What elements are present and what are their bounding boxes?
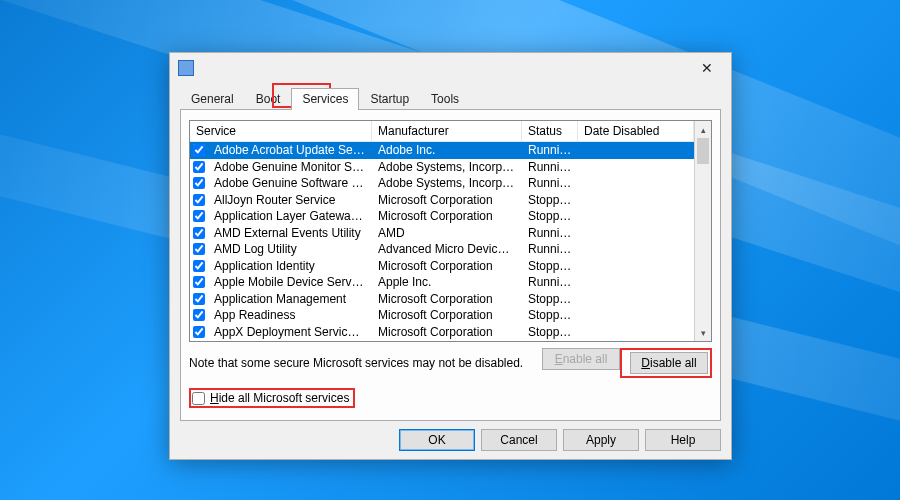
apply-button[interactable]: Apply [563,429,639,451]
row-checkbox[interactable] [190,210,208,222]
app-icon [178,60,194,76]
tab-startup[interactable]: Startup [359,88,420,110]
disable-all-button[interactable]: Disable all [630,352,708,374]
tab-services[interactable]: Services [291,88,359,110]
cell-manufacturer: Apple Inc. [372,275,522,289]
cell-service: Adobe Genuine Software Integri... [208,176,372,190]
cell-manufacturer: Microsoft Corporation [372,308,522,322]
close-icon: ✕ [701,60,713,76]
table-row[interactable]: AMD Log UtilityAdvanced Micro Devices, I… [190,241,694,258]
cell-status: Stopped [522,209,578,223]
table-row[interactable]: Adobe Genuine Monitor ServiceAdobe Syste… [190,159,694,176]
cell-manufacturer: Advanced Micro Devices, I... [372,242,522,256]
cell-status: Running [522,176,578,190]
cell-service: AMD External Events Utility [208,226,372,240]
table-row[interactable]: AMD External Events UtilityAMDRunning [190,225,694,242]
cell-status: Stopped [522,325,578,339]
cell-service: AMD Log Utility [208,242,372,256]
table-row[interactable]: Apple Mobile Device ServiceApple Inc.Run… [190,274,694,291]
cell-service: Adobe Genuine Monitor Service [208,160,372,174]
titlebar: ✕ [170,53,731,83]
header-service[interactable]: Service [190,121,372,141]
scroll-down-icon[interactable]: ▾ [695,324,711,341]
cell-service: Application Layer Gateway Service [208,209,372,223]
cell-service: Adobe Acrobat Update Service [208,143,372,157]
services-tab-page: Service Manufacturer Status Date Disable… [180,109,721,421]
header-date-disabled[interactable]: Date Disabled [578,121,694,141]
close-button[interactable]: ✕ [687,54,727,82]
cell-manufacturer: Adobe Inc. [372,143,522,157]
cell-status: Running [522,275,578,289]
table-row[interactable]: Application IdentityMicrosoft Corporatio… [190,258,694,275]
table-row[interactable]: AppX Deployment Service (AppX...Microsof… [190,324,694,341]
table-row[interactable]: Application ManagementMicrosoft Corporat… [190,291,694,308]
cell-manufacturer: Microsoft Corporation [372,193,522,207]
services-listview[interactable]: Service Manufacturer Status Date Disable… [189,120,712,342]
help-button[interactable]: Help [645,429,721,451]
header-status[interactable]: Status [522,121,578,141]
header-manufacturer[interactable]: Manufacturer [372,121,522,141]
scroll-up-icon[interactable]: ▴ [695,121,711,138]
row-checkbox[interactable] [190,161,208,173]
cell-service: App Readiness [208,308,372,322]
tab-tools[interactable]: Tools [420,88,470,110]
cell-manufacturer: Adobe Systems, Incorpora... [372,176,522,190]
row-checkbox[interactable] [190,326,208,338]
table-row[interactable]: AllJoyn Router ServiceMicrosoft Corporat… [190,192,694,209]
cell-status: Stopped [522,259,578,273]
ok-button[interactable]: OK [399,429,475,451]
row-checkbox[interactable] [190,194,208,206]
cell-manufacturer: Microsoft Corporation [372,325,522,339]
cell-status: Running [522,226,578,240]
tab-general[interactable]: General [180,88,245,110]
column-headers: Service Manufacturer Status Date Disable… [190,121,694,142]
msconfig-window: ✕ General Boot Services Startup Tools Se… [169,52,732,460]
rows-container: Adobe Acrobat Update ServiceAdobe Inc.Ru… [190,142,694,340]
row-checkbox[interactable] [190,227,208,239]
table-row[interactable]: Application Layer Gateway ServiceMicroso… [190,208,694,225]
cell-manufacturer: Microsoft Corporation [372,292,522,306]
table-row[interactable]: Adobe Acrobat Update ServiceAdobe Inc.Ru… [190,142,694,159]
row-checkbox[interactable] [190,309,208,321]
table-row[interactable]: Adobe Genuine Software Integri...Adobe S… [190,175,694,192]
cell-service: Apple Mobile Device Service [208,275,372,289]
enable-all-button[interactable]: Enable all [542,348,620,370]
row-checkbox[interactable] [190,243,208,255]
cell-status: Running [522,242,578,256]
row-checkbox[interactable] [190,276,208,288]
cell-status: Running [522,143,578,157]
row-checkbox[interactable] [190,260,208,272]
row-checkbox[interactable] [190,144,208,156]
cell-service: Application Management [208,292,372,306]
cell-service: AppX Deployment Service (AppX... [208,325,372,339]
cell-manufacturer: Adobe Systems, Incorpora... [372,160,522,174]
cancel-button[interactable]: Cancel [481,429,557,451]
hide-microsoft-checkbox-input[interactable] [192,392,205,405]
cell-status: Stopped [522,193,578,207]
annotation-disable-all: Disable all [620,348,712,378]
dialog-buttons: OK Cancel Apply Help [180,421,721,451]
cell-manufacturer: Microsoft Corporation [372,209,522,223]
table-row[interactable]: App ReadinessMicrosoft CorporationStoppe… [190,307,694,324]
cell-manufacturer: Microsoft Corporation [372,259,522,273]
cell-status: Stopped [522,308,578,322]
scroll-thumb[interactable] [697,138,709,164]
tab-strip: General Boot Services Startup Tools [180,85,721,109]
cell-status: Stopped [522,292,578,306]
hide-microsoft-checkbox[interactable]: Hide all Microsoft services [189,388,355,408]
note-text: Note that some secure Microsoft services… [189,356,536,370]
row-checkbox[interactable] [190,293,208,305]
tab-boot[interactable]: Boot [245,88,292,110]
cell-service: Application Identity [208,259,372,273]
row-checkbox[interactable] [190,177,208,189]
cell-service: AllJoyn Router Service [208,193,372,207]
vertical-scrollbar[interactable]: ▴ ▾ [694,121,711,341]
cell-status: Running [522,160,578,174]
cell-manufacturer: AMD [372,226,522,240]
hide-microsoft-label: Hide all Microsoft services [210,391,349,405]
